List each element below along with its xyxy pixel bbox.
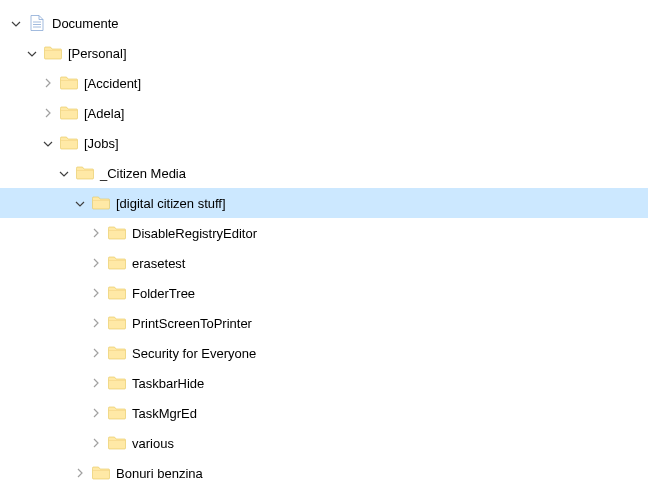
folder-icon — [76, 164, 94, 182]
document-icon — [28, 14, 46, 32]
tree-item-label: erasetest — [132, 257, 185, 270]
tree-item-label: Bonuri benzina — [116, 467, 203, 480]
tree-item[interactable]: [Jobs] — [0, 128, 648, 158]
chevron-right-icon[interactable] — [72, 465, 88, 481]
folder-icon — [108, 344, 126, 362]
tree-item[interactable]: Bonuri benzina — [0, 458, 648, 488]
tree-item[interactable]: [digital citizen stuff] — [0, 188, 648, 218]
chevron-right-icon[interactable] — [88, 345, 104, 361]
tree-item[interactable]: Documente — [0, 8, 648, 38]
tree-item[interactable]: erasetest — [0, 248, 648, 278]
tree-item[interactable]: [Adela] — [0, 98, 648, 128]
folder-icon — [44, 44, 62, 62]
folder-tree: Documente[Personal][Accident][Adela][Job… — [0, 0, 648, 488]
tree-item-label: _Citizen Media — [100, 167, 186, 180]
tree-item-label: [Jobs] — [84, 137, 119, 150]
chevron-down-icon[interactable] — [8, 15, 24, 31]
tree-item[interactable]: various — [0, 428, 648, 458]
chevron-right-icon[interactable] — [88, 315, 104, 331]
chevron-down-icon[interactable] — [24, 45, 40, 61]
chevron-right-icon[interactable] — [88, 285, 104, 301]
folder-icon — [108, 254, 126, 272]
chevron-right-icon[interactable] — [88, 225, 104, 241]
folder-icon — [92, 194, 110, 212]
tree-item[interactable]: PrintScreenToPrinter — [0, 308, 648, 338]
chevron-right-icon[interactable] — [40, 75, 56, 91]
tree-item[interactable]: TaskMgrEd — [0, 398, 648, 428]
folder-icon — [60, 74, 78, 92]
tree-item[interactable]: [Accident] — [0, 68, 648, 98]
folder-icon — [108, 314, 126, 332]
tree-item[interactable]: [Personal] — [0, 38, 648, 68]
tree-item-label: Documente — [52, 17, 118, 30]
tree-item[interactable]: Security for Everyone — [0, 338, 648, 368]
tree-item-label: [digital citizen stuff] — [116, 197, 226, 210]
chevron-right-icon[interactable] — [88, 375, 104, 391]
folder-icon — [92, 464, 110, 482]
chevron-down-icon[interactable] — [40, 135, 56, 151]
folder-icon — [108, 224, 126, 242]
tree-item-label: TaskMgrEd — [132, 407, 197, 420]
folder-icon — [108, 284, 126, 302]
tree-item-label: various — [132, 437, 174, 450]
tree-item-label: [Accident] — [84, 77, 141, 90]
tree-item[interactable]: _Citizen Media — [0, 158, 648, 188]
chevron-down-icon[interactable] — [72, 195, 88, 211]
tree-item-label: DisableRegistryEditor — [132, 227, 257, 240]
chevron-right-icon[interactable] — [88, 255, 104, 271]
folder-icon — [60, 104, 78, 122]
tree-item-label: FolderTree — [132, 287, 195, 300]
tree-item[interactable]: TaskbarHide — [0, 368, 648, 398]
folder-icon — [108, 404, 126, 422]
tree-item[interactable]: FolderTree — [0, 278, 648, 308]
tree-item-label: PrintScreenToPrinter — [132, 317, 252, 330]
tree-item-label: [Adela] — [84, 107, 124, 120]
folder-icon — [108, 434, 126, 452]
tree-item-label: Security for Everyone — [132, 347, 256, 360]
folder-icon — [60, 134, 78, 152]
tree-item-label: TaskbarHide — [132, 377, 204, 390]
folder-icon — [108, 374, 126, 392]
chevron-down-icon[interactable] — [56, 165, 72, 181]
chevron-right-icon[interactable] — [40, 105, 56, 121]
chevron-right-icon[interactable] — [88, 405, 104, 421]
tree-item[interactable]: DisableRegistryEditor — [0, 218, 648, 248]
tree-item-label: [Personal] — [68, 47, 127, 60]
chevron-right-icon[interactable] — [88, 435, 104, 451]
